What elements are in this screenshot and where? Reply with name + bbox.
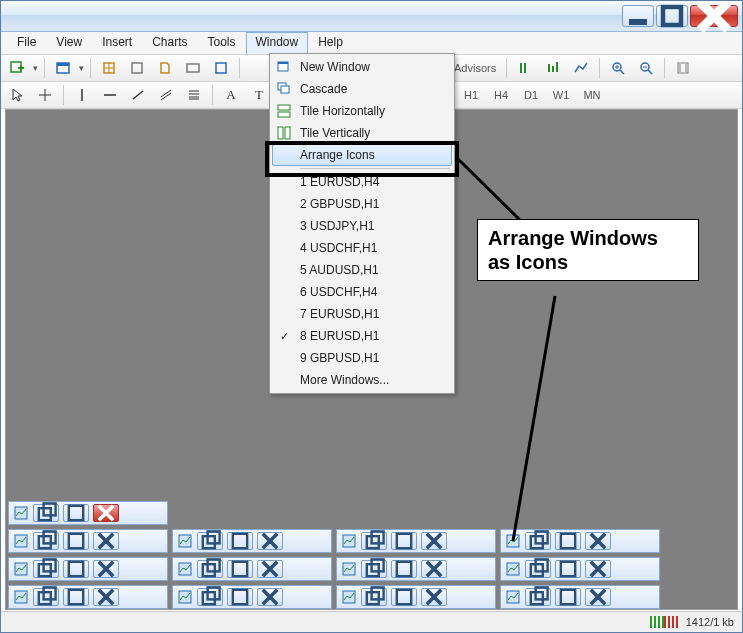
minimized-window[interactable]: [8, 529, 168, 553]
profiles-icon[interactable]: [51, 56, 75, 80]
menu-tools[interactable]: Tools: [198, 32, 246, 54]
close-icon[interactable]: [257, 532, 283, 550]
maximize-icon[interactable]: [63, 504, 89, 522]
menu-new-window[interactable]: New Window: [272, 56, 452, 78]
menu-tile-vertically[interactable]: Tile Vertically: [272, 122, 452, 144]
text-icon[interactable]: A: [219, 83, 243, 107]
restore-icon[interactable]: [33, 532, 59, 550]
minimized-window[interactable]: [8, 585, 168, 609]
maximize-icon[interactable]: [391, 588, 417, 606]
menu-cascade[interactable]: Cascade: [272, 78, 452, 100]
close-icon[interactable]: [93, 588, 119, 606]
menu-charts[interactable]: Charts: [142, 32, 197, 54]
minimized-window[interactable]: [8, 501, 168, 525]
menu-view[interactable]: View: [46, 32, 92, 54]
menu-window-2[interactable]: 2 GBPUSD,H1: [272, 193, 452, 215]
data-window-icon[interactable]: [125, 56, 149, 80]
cursor-icon[interactable]: [5, 83, 29, 107]
maximize-icon[interactable]: [555, 532, 581, 550]
maximize-icon[interactable]: [227, 588, 253, 606]
minimize-button[interactable]: [622, 5, 654, 27]
minimized-window[interactable]: [172, 585, 332, 609]
menu-tile-horizontally[interactable]: Tile Horizontally: [272, 100, 452, 122]
minimized-window[interactable]: [172, 529, 332, 553]
close-icon[interactable]: [93, 504, 119, 522]
market-watch-icon[interactable]: [97, 56, 121, 80]
zoom-in-icon[interactable]: [606, 56, 630, 80]
close-icon[interactable]: [257, 560, 283, 578]
navigator-icon[interactable]: [153, 56, 177, 80]
menu-window-1[interactable]: 1 EURUSD,H4: [272, 171, 452, 193]
menu-window-5[interactable]: 5 AUDUSD,H1: [272, 259, 452, 281]
maximize-icon[interactable]: [63, 588, 89, 606]
restore-icon[interactable]: [197, 532, 223, 550]
fibo-icon[interactable]: [182, 83, 206, 107]
tf-d1[interactable]: D1: [518, 83, 544, 107]
terminal-icon[interactable]: [181, 56, 205, 80]
menu-window-4[interactable]: 4 USDCHF,H1: [272, 237, 452, 259]
text-label-icon[interactable]: T: [247, 83, 271, 107]
maximize-icon[interactable]: [555, 560, 581, 578]
tf-h1[interactable]: H1: [458, 83, 484, 107]
restore-icon[interactable]: [33, 504, 59, 522]
minimized-window[interactable]: [500, 529, 660, 553]
restore-icon[interactable]: [33, 588, 59, 606]
minimized-window[interactable]: [336, 585, 496, 609]
maximize-icon[interactable]: [391, 560, 417, 578]
menu-help[interactable]: Help: [308, 32, 353, 54]
restore-icon[interactable]: [361, 560, 387, 578]
menu-window[interactable]: Window: [246, 32, 309, 54]
indicator-icon[interactable]: [513, 56, 537, 80]
zoom-out-icon[interactable]: [634, 56, 658, 80]
minimized-window[interactable]: [172, 557, 332, 581]
close-icon[interactable]: [421, 588, 447, 606]
maximize-icon[interactable]: [227, 560, 253, 578]
vertical-line-icon[interactable]: [70, 83, 94, 107]
close-icon[interactable]: [421, 560, 447, 578]
horizontal-line-icon[interactable]: [98, 83, 122, 107]
menu-window-3[interactable]: 3 USDJPY,H1: [272, 215, 452, 237]
maximize-button[interactable]: [656, 5, 688, 27]
restore-icon[interactable]: [197, 588, 223, 606]
menu-window-8[interactable]: ✓8 EURUSD,H1: [272, 325, 452, 347]
channel-icon[interactable]: [154, 83, 178, 107]
restore-icon[interactable]: [525, 560, 551, 578]
autoscroll-icon[interactable]: [671, 56, 695, 80]
menu-window-9[interactable]: 9 GBPUSD,H1: [272, 347, 452, 369]
maximize-icon[interactable]: [227, 532, 253, 550]
minimized-window[interactable]: [500, 585, 660, 609]
minimized-window[interactable]: [500, 557, 660, 581]
crosshair-icon[interactable]: [33, 83, 57, 107]
restore-icon[interactable]: [33, 560, 59, 578]
tf-w1[interactable]: W1: [548, 83, 574, 107]
trendline-icon[interactable]: [126, 83, 150, 107]
menu-insert[interactable]: Insert: [92, 32, 142, 54]
line-chart-icon[interactable]: [569, 56, 593, 80]
maximize-icon[interactable]: [555, 588, 581, 606]
close-icon[interactable]: [257, 588, 283, 606]
menu-window-7[interactable]: 7 EURUSD,H1: [272, 303, 452, 325]
close-button[interactable]: [690, 5, 738, 27]
close-icon[interactable]: [585, 588, 611, 606]
close-icon[interactable]: [93, 560, 119, 578]
restore-icon[interactable]: [525, 532, 551, 550]
menu-arrange-icons[interactable]: Arrange Icons: [272, 144, 452, 166]
close-icon[interactable]: [585, 532, 611, 550]
menu-file[interactable]: File: [7, 32, 46, 54]
tf-h4[interactable]: H4: [488, 83, 514, 107]
bars-icon[interactable]: [541, 56, 565, 80]
minimized-window[interactable]: [8, 557, 168, 581]
maximize-icon[interactable]: [391, 532, 417, 550]
restore-icon[interactable]: [361, 588, 387, 606]
menu-window-6[interactable]: 6 USDCHF,H4: [272, 281, 452, 303]
maximize-icon[interactable]: [63, 532, 89, 550]
tester-icon[interactable]: [209, 56, 233, 80]
restore-icon[interactable]: [361, 532, 387, 550]
maximize-icon[interactable]: [63, 560, 89, 578]
minimized-window[interactable]: [336, 557, 496, 581]
menu-more-windows[interactable]: More Windows...: [272, 369, 452, 391]
tf-mn[interactable]: MN: [578, 83, 606, 107]
minimized-window[interactable]: [336, 529, 496, 553]
close-icon[interactable]: [585, 560, 611, 578]
restore-icon[interactable]: [525, 588, 551, 606]
